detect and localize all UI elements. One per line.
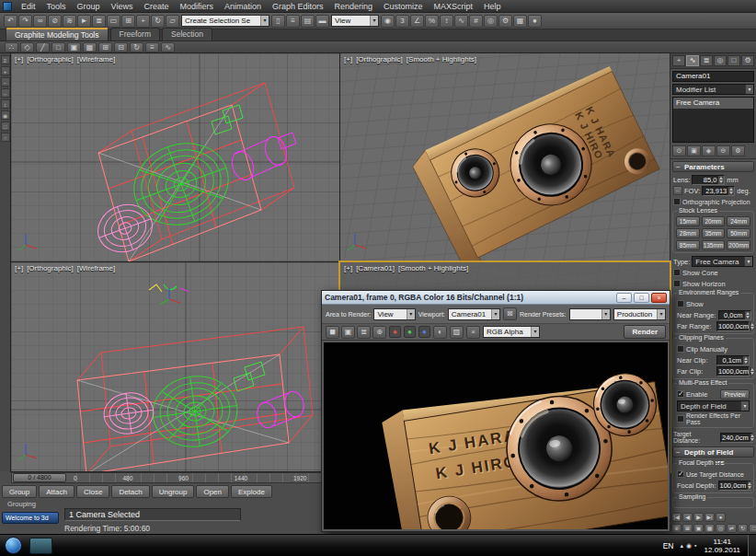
left-toolbar-icon[interactable]: ↕ (1, 99, 10, 109)
tab-hierarchy[interactable]: ≣ (700, 55, 713, 66)
select-and-move-icon[interactable]: + (136, 15, 150, 28)
pin-stack-icon[interactable]: ⊙ (672, 145, 686, 156)
fov-direction-button[interactable]: ↔ (673, 186, 682, 195)
orbit-icon[interactable]: ↻ (738, 524, 748, 533)
focal-depth-field[interactable]: 100,0cm (718, 481, 751, 491)
viewport-shading-menu[interactable]: [Smooth + Highlights] (407, 55, 476, 64)
clear-image-icon[interactable]: × (466, 326, 480, 339)
spinner[interactable] (742, 356, 749, 365)
use-pivot-center-icon[interactable]: ◉ (381, 15, 395, 28)
group-tool-button[interactable]: Open (196, 485, 229, 498)
stock-lens-button[interactable]: 15mm (676, 216, 700, 226)
angle-snap-icon[interactable]: ∠ (410, 15, 424, 28)
group-tool-button[interactable]: Close (76, 485, 109, 498)
snaps-toggle-icon[interactable]: 3 (395, 15, 409, 28)
lock-to-viewport-icon[interactable]: ⊠ (503, 307, 517, 320)
stock-lens-button[interactable]: 28mm (676, 228, 700, 238)
tray-volume-icon[interactable]: ▪ (694, 542, 696, 550)
viewport-pov-menu[interactable]: [Orthographic] (27, 264, 74, 272)
viewport-shading-menu[interactable]: [Smooth + Highlights] (398, 264, 468, 272)
render-button[interactable]: Render (624, 325, 666, 339)
menu-item[interactable]: Tools (41, 2, 72, 11)
multipass-effect-dropdown[interactable]: Depth of Field▾ (677, 400, 750, 411)
spinner-snap-icon[interactable]: ↕ (440, 15, 453, 28)
spinner[interactable] (747, 481, 751, 490)
left-toolbar-icon[interactable]: ◉ (1, 110, 10, 120)
left-toolbar-icon[interactable]: □ (1, 122, 10, 131)
near-clip-field[interactable]: 0,1cm (716, 355, 750, 365)
stack-item-free-camera[interactable]: Free Camera (673, 98, 753, 109)
left-toolbar-icon[interactable]: + (1, 66, 10, 75)
zoom-icon[interactable]: ⊕ (671, 524, 682, 533)
tab-graphite-modeling-tools[interactable]: Graphite Modeling Tools (6, 28, 109, 41)
area-to-render-dropdown[interactable]: View▾ (373, 308, 415, 320)
tab-utilities[interactable]: ⚙ (741, 55, 754, 66)
menu-item[interactable]: Help (478, 2, 507, 11)
menu-item[interactable]: Views (106, 2, 139, 11)
go-to-start-icon[interactable]: |◀ (671, 513, 682, 522)
reference-coordinate-dropdown[interactable]: View ▾ (331, 15, 379, 27)
render-presets-dropdown[interactable]: ▾ (569, 308, 611, 320)
print-image-icon[interactable]: ≣ (357, 326, 371, 339)
select-and-scale-icon[interactable]: ▱ (166, 15, 179, 28)
target-distance-field[interactable]: 240,0cm (720, 433, 753, 443)
schematic-view-icon[interactable]: # (469, 15, 483, 28)
make-unique-icon[interactable]: ◈ (702, 145, 716, 156)
menu-item[interactable]: Customize (378, 2, 429, 11)
redo-icon[interactable]: ↷ (18, 15, 32, 28)
monochrome-icon[interactable]: ◐ (433, 326, 447, 339)
copy-image-icon[interactable]: ⊕ (372, 326, 386, 339)
blue-channel-icon[interactable]: ● (418, 326, 430, 338)
show-cone-checkbox[interactable] (673, 269, 681, 276)
menu-item[interactable]: Graph Editors (267, 2, 329, 11)
group-tool-button[interactable]: Explode (231, 485, 272, 498)
spinner[interactable] (717, 176, 724, 184)
tab-display[interactable]: □ (727, 55, 740, 66)
render-effects-per-pass-checkbox[interactable] (677, 415, 684, 423)
language-indicator[interactable]: EN (660, 539, 677, 552)
spinner[interactable] (750, 367, 754, 376)
undo-icon[interactable]: ↶ (4, 15, 17, 28)
render-mode-dropdown[interactable]: Production▾ (613, 308, 666, 320)
left-toolbar-icon[interactable]: ↔ (1, 88, 10, 98)
align-icon[interactable]: ≡ (286, 15, 300, 28)
curve-editor-icon[interactable]: ∿ (454, 15, 468, 28)
border-mode-icon[interactable]: □ (52, 42, 65, 52)
menu-item[interactable]: MAXScript (429, 2, 479, 11)
taskbar-app-button[interactable] (29, 538, 52, 554)
viewport-pov-menu[interactable]: [Camera01] (356, 264, 395, 272)
layer-manager-icon[interactable]: ▤ (301, 15, 315, 28)
green-channel-icon[interactable]: ● (404, 326, 416, 338)
group-tool-button[interactable]: Ungroup (152, 485, 195, 498)
render-production-icon[interactable]: ● (528, 15, 542, 28)
zoom-extents-all-icon[interactable]: ▦ (704, 524, 715, 533)
spinner[interactable] (750, 322, 754, 330)
named-selection-sets-dropdown[interactable]: Create Selection Se ▾ (181, 15, 269, 27)
save-image-icon[interactable]: ◼ (326, 326, 339, 339)
percent-snap-icon[interactable]: % (425, 15, 439, 28)
stock-lens-button[interactable]: 135mm (702, 240, 726, 250)
spinner[interactable] (750, 434, 754, 442)
polygon-mode-icon[interactable]: ▣ (67, 42, 81, 52)
stock-lens-button[interactable]: 200mm (727, 240, 750, 250)
mirror-icon[interactable]: ▯ (271, 15, 285, 28)
previous-frame-icon[interactable]: ◀ (682, 513, 693, 522)
viewport-shading-menu[interactable]: [Wireframe] (77, 55, 115, 64)
tab-create[interactable]: + (672, 55, 685, 66)
alpha-channel-icon[interactable]: ▨ (450, 326, 464, 339)
spinner[interactable] (744, 311, 750, 319)
tab-selection[interactable]: Selection (162, 28, 212, 41)
taskbar-clock[interactable]: 11:41 12.09.2011 (701, 538, 744, 554)
menu-item[interactable]: Group (72, 2, 106, 11)
camera-type-dropdown[interactable]: Free Camera▾ (692, 256, 753, 267)
close-button[interactable]: × (651, 293, 667, 303)
viewport-top-right[interactable]: K J HARA K J HIRO [+] [Orthographic] (340, 53, 670, 261)
clone-window-icon[interactable]: ▣ (341, 326, 355, 339)
menu-item[interactable]: Modifiers (174, 2, 219, 11)
channel-display-dropdown[interactable]: RGB Alpha▾ (483, 326, 540, 338)
red-channel-icon[interactable]: ● (389, 326, 401, 338)
welcome-window-titlebar[interactable]: Welcome to 3d (2, 512, 59, 524)
menu-item[interactable]: Edit (16, 2, 41, 11)
remove-modifier-icon[interactable]: ⊖ (716, 145, 730, 156)
tab-modify[interactable]: ∿ (686, 55, 699, 66)
